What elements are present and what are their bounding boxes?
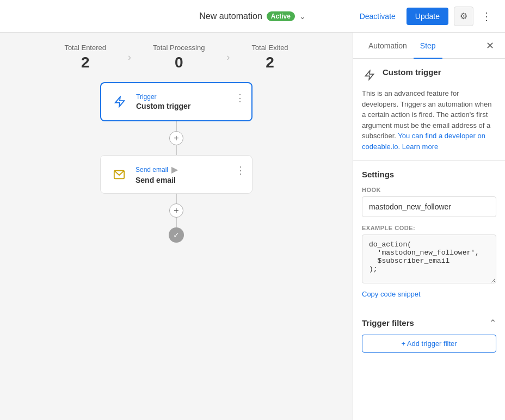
connector-line-2 (176, 145, 177, 155)
trigger-icon (110, 92, 130, 112)
email-type-row: Send email ▶ (136, 164, 243, 175)
active-badge: Active (267, 11, 295, 21)
right-panel: Automation Step ✕ Custom trigger This is… (353, 33, 505, 420)
exited-label: Total Exited (251, 44, 288, 52)
hook-input[interactable] (362, 196, 496, 217)
email-icon (109, 165, 129, 184)
trigger-header: Custom trigger (362, 67, 496, 83)
email-more-button[interactable]: ⋮ (233, 162, 248, 178)
learn-more-link[interactable]: Learn more (402, 143, 438, 151)
trigger-title: Custom trigger (383, 67, 441, 77)
filters-chevron-icon: ⌃ (489, 318, 496, 328)
trigger-more-button[interactable]: ⋮ (233, 90, 247, 106)
email-type-text: Send email (136, 166, 168, 174)
processing-label: Total Processing (153, 44, 205, 52)
gear-icon: ⚙ (460, 11, 467, 21)
entered-value: 2 (64, 54, 106, 71)
stat-entered: Total Entered 2 (42, 44, 128, 71)
email-type-label: Send email ▶ (136, 164, 243, 175)
connector-line-4 (176, 218, 177, 227)
email-step-text: Send email ▶ Send email (136, 164, 243, 184)
add-filter-button[interactable]: + Add trigger filter (362, 335, 496, 353)
copy-snippet-link[interactable]: Copy code snippet (362, 290, 421, 298)
filters-title: Trigger filters (362, 318, 414, 328)
entered-label: Total Entered (64, 44, 106, 52)
custom-trigger-icon (362, 67, 377, 83)
stats-bar: Total Entered 2 › Total Processing 0 › T… (0, 33, 353, 77)
trigger-type-label: Trigger (136, 93, 243, 101)
email-step-card[interactable]: Send email ▶ Send email ⋮ (100, 155, 253, 194)
settings-section: Settings HOOK EXAMPLE CODE: do_action( '… (353, 161, 505, 309)
stat-exited: Total Exited 2 (230, 44, 310, 71)
hook-label: HOOK (362, 187, 496, 193)
main-content: Total Entered 2 › Total Processing 0 › T… (0, 33, 505, 420)
gear-button[interactable]: ⚙ (454, 7, 473, 26)
trigger-name-label: Custom trigger (136, 102, 243, 110)
settings-title: Settings (362, 170, 496, 179)
deactivate-button[interactable]: Deactivate (354, 9, 401, 24)
filters-header[interactable]: Trigger filters ⌃ (362, 318, 496, 328)
trigger-step-text: Trigger Custom trigger (136, 93, 243, 110)
connector-1: + (169, 121, 183, 155)
trigger-description: This is an advanced feature for develope… (362, 88, 496, 152)
header-right: Deactivate Update ⚙ ⋮ (333, 7, 494, 26)
exited-value: 2 (251, 54, 288, 71)
connector-line-1 (176, 121, 177, 131)
header: New automation Active ⌄ Deactivate Updat… (0, 0, 505, 33)
automation-name: New automation (199, 11, 262, 21)
canvas: Total Entered 2 › Total Processing 0 › T… (0, 33, 353, 420)
chevron-down-icon[interactable]: ⌄ (299, 12, 306, 21)
connector-2: + ✓ (169, 194, 184, 243)
header-center: New automation Active ⌄ (172, 11, 333, 21)
flow-area: Trigger Custom trigger ⋮ + (100, 77, 253, 420)
tab-automation[interactable]: Automation (362, 33, 414, 59)
email-name-label: Send email (136, 176, 243, 184)
trigger-info-section: Custom trigger This is an advanced featu… (353, 59, 505, 161)
update-button[interactable]: Update (407, 8, 448, 25)
add-step-button-1[interactable]: + (169, 131, 183, 145)
example-code-block[interactable]: do_action( 'mastodon_new_follower', $sub… (362, 234, 496, 283)
tab-step[interactable]: Step (414, 33, 442, 59)
stat-processing: Total Processing 0 (131, 44, 226, 71)
connector-line-3 (176, 194, 177, 203)
filters-section: Trigger filters ⌃ + Add trigger filter (353, 309, 505, 361)
email-status-icon: ▶ (171, 164, 178, 175)
add-step-button-2[interactable]: + (169, 203, 183, 218)
trigger-step-card[interactable]: Trigger Custom trigger ⋮ (100, 82, 253, 121)
end-circle: ✓ (169, 227, 184, 243)
more-options-button[interactable]: ⋮ (479, 8, 494, 25)
processing-value: 0 (153, 54, 205, 71)
panel-close-button[interactable]: ✕ (484, 38, 496, 54)
example-code-label: EXAMPLE CODE: (362, 225, 496, 231)
panel-tabs: Automation Step ✕ (353, 33, 505, 59)
